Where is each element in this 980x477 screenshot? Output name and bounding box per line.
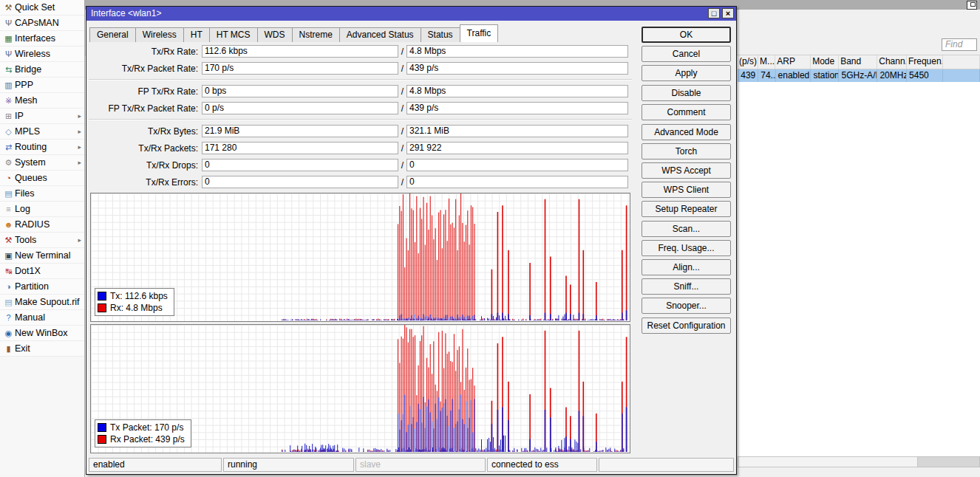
sidebar-item-ip[interactable]: ⊞ IP ▸ bbox=[0, 109, 84, 124]
field-value-tx[interactable]: 171 280 bbox=[202, 142, 398, 154]
column-header-mode[interactable]: Mode bbox=[811, 55, 839, 69]
restore-icon[interactable]: □ bbox=[708, 8, 720, 18]
field-label: Tx/Rx Packet Rate: bbox=[89, 64, 198, 74]
snooper-button[interactable]: Snooper... bbox=[642, 298, 731, 314]
sidebar-item-queues[interactable]: ◔ Queues bbox=[0, 171, 84, 186]
setup-repeater-button[interactable]: Setup Repeater bbox=[642, 201, 731, 217]
field-value-rx[interactable]: 4.8 Mbps bbox=[406, 45, 628, 58]
sidebar-item-label: Bridge bbox=[15, 64, 81, 75]
column-header-m[interactable]: M... bbox=[758, 55, 775, 69]
field-value-tx[interactable]: 0 p/s bbox=[202, 102, 398, 114]
tab-nstreme[interactable]: Nstreme bbox=[292, 27, 340, 42]
submenu-arrow-icon: ▸ bbox=[78, 159, 82, 166]
sniff-button[interactable]: Sniff... bbox=[642, 278, 731, 295]
dialog-titlebar[interactable]: Interface <wlan1> □ × bbox=[86, 7, 736, 21]
sidebar-item-make-supout-rif[interactable]: ▤ Make Supout.rif bbox=[0, 295, 84, 310]
tab-wds[interactable]: WDS bbox=[257, 27, 293, 42]
sidebar-item-dot1x[interactable]: ↹ Dot1X bbox=[0, 264, 84, 279]
sidebar-item-partition[interactable]: ◑ Partition bbox=[0, 279, 84, 295]
group-separator bbox=[89, 119, 632, 120]
sidebar-item-mesh[interactable]: ※ Mesh bbox=[0, 93, 84, 109]
sidebar-item-wireless[interactable]: Ψ Wireless bbox=[0, 47, 84, 62]
scrollbar-track[interactable] bbox=[738, 456, 918, 467]
close-icon[interactable]: × bbox=[722, 8, 734, 18]
cancel-button[interactable]: Cancel bbox=[642, 46, 731, 62]
ip-icon: ⊞ bbox=[2, 112, 15, 120]
column-header-chann[interactable]: Chann... bbox=[877, 55, 907, 69]
tab-traffic[interactable]: Traffic bbox=[460, 24, 499, 42]
tab-advanced-status[interactable]: Advanced Status bbox=[339, 27, 421, 42]
sidebar-item-exit[interactable]: ▮ Exit bbox=[0, 341, 84, 357]
column-header[interactable] bbox=[943, 55, 980, 69]
table-cell: 5450 bbox=[907, 69, 943, 82]
field-value-rx[interactable]: 321.1 MiB bbox=[406, 125, 628, 137]
field-value-rx[interactable]: 0 bbox=[406, 176, 628, 188]
find-input[interactable]: Find bbox=[942, 38, 977, 51]
field-value-tx[interactable]: 112.6 kbps bbox=[202, 45, 398, 58]
table-cell: 20MHz bbox=[877, 69, 907, 82]
tab-status[interactable]: Status bbox=[421, 27, 460, 42]
column-header-band[interactable]: Band bbox=[839, 55, 877, 69]
window-restore-icon[interactable] bbox=[967, 1, 977, 10]
sidebar-item-bridge[interactable]: ⇆ Bridge bbox=[0, 62, 84, 78]
tab-ht-mcs[interactable]: HT MCS bbox=[209, 27, 258, 42]
sidebar-item-ppp[interactable]: ▥ PPP bbox=[0, 78, 84, 93]
freq-usage-button[interactable]: Freq. Usage... bbox=[642, 240, 731, 256]
field-label: Tx/Rx Bytes: bbox=[89, 126, 198, 137]
table-cell bbox=[943, 69, 980, 82]
table-row-selected[interactable]: 43974...enabledstation5GHz-A/N20MHz5450 bbox=[738, 69, 980, 82]
field-separator: / bbox=[398, 177, 406, 188]
field-value-tx[interactable]: 0 bbox=[202, 159, 398, 171]
wps-client-button[interactable]: WPS Client bbox=[642, 182, 731, 198]
torch-button[interactable]: Torch bbox=[642, 143, 731, 159]
mpls-icon: ◇ bbox=[2, 128, 15, 136]
tab-general[interactable]: General bbox=[89, 27, 136, 42]
tabstrip: GeneralWirelessHTHT MCSWDSNstremeAdvance… bbox=[89, 24, 497, 42]
sidebar-item-new-winbox[interactable]: ◉ New WinBox bbox=[0, 326, 84, 341]
disable-button[interactable]: Disable bbox=[642, 85, 731, 101]
sidebar-item-tools[interactable]: ⚒ Tools ▸ bbox=[0, 233, 84, 248]
sidebar-item-interfaces[interactable]: ▦ Interfaces bbox=[0, 31, 84, 47]
sidebar-item-files[interactable]: ▤ Files bbox=[0, 186, 84, 202]
advanced-mode-button[interactable]: Advanced Mode bbox=[642, 124, 731, 140]
reset-configuration-button[interactable]: Reset Configuration bbox=[642, 318, 731, 334]
sidebar-item-label: PPP bbox=[15, 80, 81, 90]
sidebar-item-log[interactable]: ≡ Log bbox=[0, 202, 84, 217]
horizontal-scrollbar[interactable] bbox=[738, 456, 980, 467]
sidebar-item-new-terminal[interactable]: ▣ New Terminal bbox=[0, 248, 84, 264]
sidebar: ⚒ Quick Set Ψ CAPsMAN ▦ Interfaces Ψ Wir… bbox=[0, 0, 85, 477]
mesh-icon: ※ bbox=[2, 97, 15, 105]
sidebar-item-manual[interactable]: ? Manual bbox=[0, 310, 84, 326]
column-header-frequen[interactable]: Frequen... bbox=[907, 55, 943, 69]
field-value-rx[interactable]: 291 922 bbox=[406, 142, 628, 154]
sidebar-item-label: Interfaces bbox=[15, 33, 81, 44]
sidebar-item-label: Partition bbox=[15, 281, 81, 292]
field-value-rx[interactable]: 4.8 Mbps bbox=[406, 85, 628, 97]
field-value-tx[interactable]: 0 bbox=[202, 176, 398, 188]
wps-accept-button[interactable]: WPS Accept bbox=[642, 162, 731, 179]
field-value-rx[interactable]: 439 p/s bbox=[406, 102, 628, 114]
field-row-fp-tx-rx-rate: FP Tx/Rx Rate: 0 bps / 4.8 Mbps bbox=[89, 85, 632, 97]
tab-wireless[interactable]: Wireless bbox=[135, 27, 184, 42]
comment-button[interactable]: Comment bbox=[642, 104, 731, 120]
apply-button[interactable]: Apply bbox=[642, 65, 731, 81]
sidebar-item-quick-set[interactable]: ⚒ Quick Set bbox=[0, 0, 84, 16]
scan-button[interactable]: Scan... bbox=[642, 221, 731, 237]
sidebar-item-system[interactable]: ⚙ System ▸ bbox=[0, 155, 84, 171]
tab-ht[interactable]: HT bbox=[183, 27, 210, 42]
field-separator: / bbox=[398, 47, 406, 57]
column-header-arp[interactable]: ARP bbox=[775, 55, 811, 69]
partition-icon: ◑ bbox=[2, 283, 15, 291]
field-value-tx[interactable]: 170 p/s bbox=[202, 62, 398, 75]
field-value-tx[interactable]: 0 bps bbox=[202, 85, 398, 97]
sidebar-item-routing[interactable]: ⇄ Routing ▸ bbox=[0, 140, 84, 155]
column-header-p-s[interactable]: (p/s) bbox=[738, 55, 758, 69]
ok-button[interactable]: OK bbox=[642, 27, 731, 43]
sidebar-item-mpls[interactable]: ◇ MPLS ▸ bbox=[0, 124, 84, 140]
field-value-rx[interactable]: 0 bbox=[406, 159, 628, 171]
sidebar-item-capsman[interactable]: Ψ CAPsMAN bbox=[0, 16, 84, 31]
align-button[interactable]: Align... bbox=[642, 259, 731, 275]
field-value-tx[interactable]: 21.9 MiB bbox=[202, 125, 398, 137]
field-value-rx[interactable]: 439 p/s bbox=[406, 62, 628, 75]
sidebar-item-radius[interactable]: ☻ RADIUS bbox=[0, 217, 84, 233]
